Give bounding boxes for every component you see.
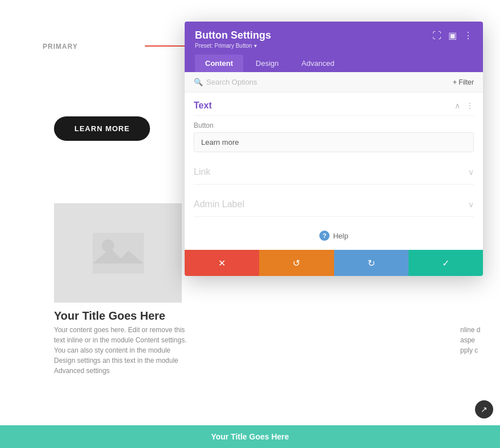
save-button[interactable]: ✓ — [409, 250, 483, 276]
link-section-title: Link — [194, 167, 210, 177]
right-card-text-fragment: nline d aspe pply c — [460, 325, 494, 355]
tab-content[interactable]: Content — [195, 55, 243, 72]
learn-more-button[interactable]: LEARN MORE — [54, 116, 150, 141]
admin-label-section-title: Admin Label — [194, 199, 244, 210]
svg-rect-0 — [93, 233, 144, 274]
admin-label-section: Admin Label ∨ — [194, 192, 474, 217]
text-section: Text ∧ ⋮ Button — [194, 101, 474, 152]
admin-label-chevron-icon: ∨ — [468, 200, 474, 209]
more-options-icon[interactable]: ⋮ — [464, 30, 473, 41]
modal-header: Button Settings ⛶ ▣ ⋮ Preset: Primary Bu… — [185, 22, 483, 55]
button-text-field: Button — [194, 122, 474, 152]
primary-label: PRIMARY — [43, 43, 78, 51]
search-input-wrap: 🔍 Search Options — [194, 78, 257, 86]
help-section[interactable]: ? Help — [194, 231, 474, 241]
text-section-controls: ∧ ⋮ — [455, 101, 474, 110]
modal-header-icons: ⛶ ▣ ⋮ — [432, 30, 473, 41]
modal-tabs: Content Design Advanced — [185, 55, 483, 72]
bottom-right-navigate-icon[interactable]: ↗ — [475, 400, 493, 418]
help-label: Help — [333, 232, 348, 240]
text-section-title: Text — [194, 101, 212, 111]
modal-title: Button Settings — [195, 30, 271, 41]
help-icon: ? — [319, 231, 330, 241]
button-field-label: Button — [194, 122, 474, 129]
redo-button[interactable]: ↻ — [334, 250, 409, 276]
fullscreen-icon[interactable]: ⛶ — [432, 31, 441, 41]
link-chevron-icon: ∨ — [468, 168, 474, 177]
tab-advanced[interactable]: Advanced — [291, 55, 345, 72]
cancel-button[interactable]: ✕ — [185, 250, 259, 276]
card-title: Your Title Goes Here — [54, 309, 165, 323]
image-placeholder — [54, 203, 182, 303]
search-icon: 🔍 — [194, 78, 203, 86]
modal-preset[interactable]: Preset: Primary Button ▾ — [195, 43, 473, 49]
section-more-icon[interactable]: ⋮ — [466, 101, 474, 110]
admin-label-section-header[interactable]: Admin Label ∨ — [194, 192, 474, 217]
modal-header-top: Button Settings ⛶ ▣ ⋮ — [195, 30, 473, 41]
search-placeholder[interactable]: Search Options — [206, 78, 257, 86]
arrow-line — [145, 45, 188, 47]
button-text-input[interactable] — [194, 132, 474, 152]
tab-design[interactable]: Design — [245, 55, 289, 72]
undo-button[interactable]: ↺ — [259, 250, 334, 276]
collapse-icon[interactable]: ∧ — [455, 101, 460, 110]
bottom-teal-bar: Your Title Goes Here — [0, 425, 500, 448]
filter-button[interactable]: + Filter — [453, 78, 474, 86]
modal-footer: ✕ ↺ ↻ ✓ — [185, 250, 483, 276]
bottom-bar-title: Your Title Goes Here — [211, 432, 289, 441]
link-section: Link ∨ — [194, 160, 474, 185]
columns-icon[interactable]: ▣ — [448, 30, 457, 41]
button-settings-modal: Button Settings ⛶ ▣ ⋮ Preset: Primary Bu… — [185, 22, 483, 276]
search-bar: 🔍 Search Options + Filter — [185, 72, 483, 93]
text-section-header[interactable]: Text ∧ ⋮ — [194, 101, 474, 116]
link-section-header[interactable]: Link ∨ — [194, 160, 474, 185]
card-text: Your content goes here. Edit or remove t… — [54, 325, 190, 376]
modal-content: Text ∧ ⋮ Button Link ∨ Admin Label ∨ — [185, 101, 483, 250]
